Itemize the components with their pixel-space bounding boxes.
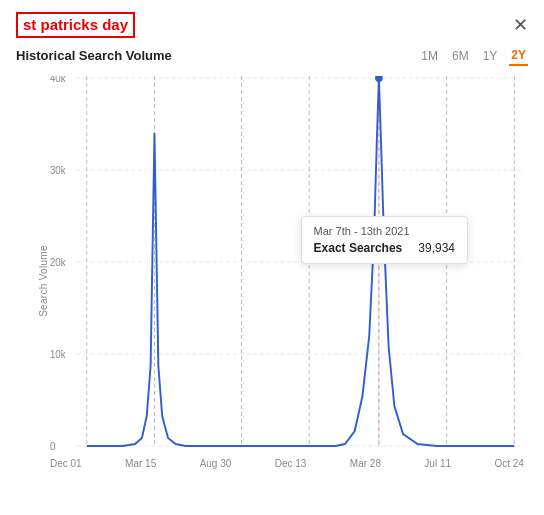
y-label-30k: 30k [50, 164, 66, 175]
y-label-40k: 40k [50, 76, 66, 84]
chart-area: Search Volume 0 10k 20k 30k 40k [16, 76, 528, 486]
filter-1m[interactable]: 1M [419, 47, 440, 65]
chart-inner: 0 10k 20k 30k 40k [50, 76, 524, 458]
peak-dot [375, 76, 383, 82]
filter-1y[interactable]: 1Y [481, 47, 500, 65]
y-label-0: 0 [50, 440, 56, 451]
x-label-aug30: Aug 30 [200, 458, 232, 469]
x-label-dec01: Dec 01 [50, 458, 82, 469]
filter-2y[interactable]: 2Y [509, 46, 528, 66]
x-label-oct24: Oct 24 [494, 458, 523, 469]
y-axis-label: Search Volume [38, 245, 49, 317]
y-label-20k: 20k [50, 256, 66, 267]
main-container: st patricks day ✕ Historical Search Volu… [0, 0, 544, 515]
chart-section-label: Historical Search Volume [16, 48, 172, 63]
chart-svg: 0 10k 20k 30k 40k [50, 76, 524, 458]
x-label-jul11: Jul 11 [424, 458, 451, 469]
time-filter-group: 1M 6M 1Y 2Y [419, 46, 528, 66]
y-label-10k: 10k [50, 348, 66, 359]
x-label-mar15: Mar 15 [125, 458, 156, 469]
filter-6m[interactable]: 6M [450, 47, 471, 65]
x-label-mar28: Mar 28 [350, 458, 381, 469]
x-axis-labels: Dec 01 Mar 15 Aug 30 Dec 13 Mar 28 Jul 1… [50, 458, 524, 486]
subheader: Historical Search Volume 1M 6M 1Y 2Y [16, 46, 528, 66]
x-label-dec13: Dec 13 [275, 458, 307, 469]
header: st patricks day ✕ [16, 12, 528, 38]
search-term-title: st patricks day [16, 12, 135, 38]
close-button[interactable]: ✕ [513, 16, 528, 34]
